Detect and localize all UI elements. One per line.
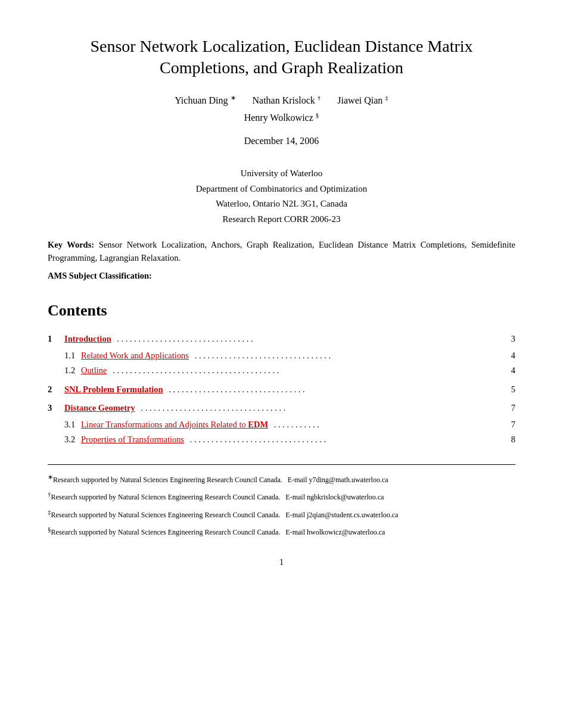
toc-subsection-3-1-number: 3.1 — [64, 418, 81, 432]
toc-section-3: 3 Distance Geometry . . . . . . . . . . … — [48, 402, 515, 415]
page-container: Sensor Network Localization, Euclidean D… — [48, 36, 515, 568]
toc-subsection-1-2-page: 4 — [506, 364, 515, 377]
footnote-4: §Research supported by Natural Sciences … — [48, 524, 515, 538]
table-of-contents: 1 Introduction . . . . . . . . . . . . .… — [48, 333, 515, 446]
toc-section-2-number: 2 — [48, 383, 64, 396]
footnote-1-text: Research supported by Natural Sciences E… — [53, 476, 388, 484]
paper-date: December 14, 2006 — [48, 134, 515, 148]
author-1-name: Yichuan Ding ∗ — [175, 95, 235, 105]
keywords-text: Sensor Network Localization, Anchors, Gr… — [48, 240, 515, 263]
affiliation-department: Department of Combinatorics and Optimiza… — [48, 182, 515, 197]
toc-subsection-3-1-page: 7 — [506, 418, 515, 432]
toc-subsection-1-1-number: 1.1 — [64, 349, 81, 363]
toc-subsection-3-2: 3.2 Properties of Transformations . . . … — [48, 433, 515, 446]
author-3-mark: ‡ — [385, 94, 388, 101]
toc-subsection-3-1: 3.1 Linear Transformations and Adjoints … — [48, 418, 515, 432]
toc-section-1-label[interactable]: Introduction — [64, 333, 111, 346]
toc-subsection-1-2-number: 1.2 — [64, 364, 81, 377]
contents-title: Contents — [48, 299, 515, 322]
toc-section-3-page: 7 — [506, 402, 515, 415]
keywords-block: Key Words: Sensor Network Localization, … — [48, 239, 515, 265]
author-4-mark: § — [316, 111, 319, 118]
toc-subsection-1-2: 1.2 Outline . . . . . . . . . . . . . . … — [48, 364, 515, 377]
toc-subsection-1-2-dots: . . . . . . . . . . . . . . . . . . . . … — [111, 364, 503, 377]
toc-section-3-label[interactable]: Distance Geometry — [64, 402, 135, 415]
footnote-1: ∗Research supported by Natural Sciences … — [48, 472, 515, 486]
toc-subsection-3-2-page: 8 — [506, 433, 515, 446]
author-2-mark: † — [318, 94, 321, 101]
toc-section-1-page: 3 — [506, 333, 515, 346]
toc-section-3-number: 3 — [48, 402, 64, 415]
toc-section-2: 2 SNL Problem Formulation . . . . . . . … — [48, 383, 515, 396]
toc-subsection-1-1-page: 4 — [506, 349, 515, 363]
author-2-name: Nathan Krislock † — [253, 95, 321, 105]
footnote-3-text: Research supported by Natural Sciences E… — [51, 511, 399, 519]
footnote-3: ‡Research supported by Natural Sciences … — [48, 507, 515, 521]
toc-section-2-page: 5 — [506, 383, 515, 396]
toc-subsection-3-2-dots: . . . . . . . . . . . . . . . . . . . . … — [188, 433, 502, 446]
title-section: Sensor Network Localization, Euclidean D… — [48, 36, 515, 148]
author-4-name: Henry Wolkowicz § — [244, 113, 319, 123]
toc-section-2-label[interactable]: SNL Problem Formulation — [64, 383, 163, 396]
toc-subsection-3-1-label[interactable]: Linear Transformations and Adjoints Rela… — [81, 418, 268, 432]
toc-subsection-1-1: 1.1 Related Work and Applications . . . … — [48, 349, 515, 363]
toc-section-3-dots: . . . . . . . . . . . . . . . . . . . . … — [139, 402, 502, 415]
toc-subsection-1-2-label[interactable]: Outline — [81, 364, 107, 377]
keywords-label: Key Words: — [48, 240, 94, 249]
toc-section-1-dots: . . . . . . . . . . . . . . . . . . . . … — [115, 333, 502, 346]
edm-bold-label: EDM — [248, 420, 268, 429]
contents-section: Contents 1 Introduction . . . . . . . . … — [48, 299, 515, 446]
author-3-name: Jiawei Qian ‡ — [337, 95, 388, 105]
footnote-divider — [48, 464, 515, 465]
toc-subsection-1-1-dots: . . . . . . . . . . . . . . . . . . . . … — [192, 349, 502, 363]
footnote-1-mark: ∗ — [48, 473, 53, 480]
authors-line: Yichuan Ding ∗ Nathan Krislock † Jiawei … — [48, 92, 515, 127]
page-number: 1 — [48, 556, 515, 568]
ams-block: AMS Subject Classification: — [48, 270, 515, 283]
toc-subsection-1-1-label[interactable]: Related Work and Applications — [81, 349, 189, 363]
affiliation-report: Research Report CORR 2006-23 — [48, 212, 515, 227]
author-1-mark: ∗ — [231, 94, 236, 101]
toc-section-2-dots: . . . . . . . . . . . . . . . . . . . . … — [167, 383, 502, 396]
footnote-4-text: Research supported by Natural Sciences E… — [51, 528, 385, 536]
footnote-2: †Research supported by Natural Sciences … — [48, 489, 515, 503]
footnote-2-text: Research supported by Natural Sciences E… — [51, 493, 384, 501]
toc-section-1-number: 1 — [48, 333, 64, 346]
affiliation-university: University of Waterloo — [48, 166, 515, 182]
affiliation-block: University of Waterloo Department of Com… — [48, 166, 515, 227]
toc-subsection-3-2-label[interactable]: Properties of Transformations — [81, 433, 184, 446]
paper-title: Sensor Network Localization, Euclidean D… — [48, 36, 515, 79]
toc-section-1: 1 Introduction . . . . . . . . . . . . .… — [48, 333, 515, 346]
affiliation-location: Waterloo, Ontario N2L 3G1, Canada — [48, 196, 515, 212]
footnotes-section: ∗Research supported by Natural Sciences … — [48, 472, 515, 538]
ams-label: AMS Subject Classification: — [48, 271, 152, 280]
toc-subsection-3-2-number: 3.2 — [64, 433, 81, 446]
toc-subsection-3-1-dots: . . . . . . . . . . . — [272, 418, 502, 432]
